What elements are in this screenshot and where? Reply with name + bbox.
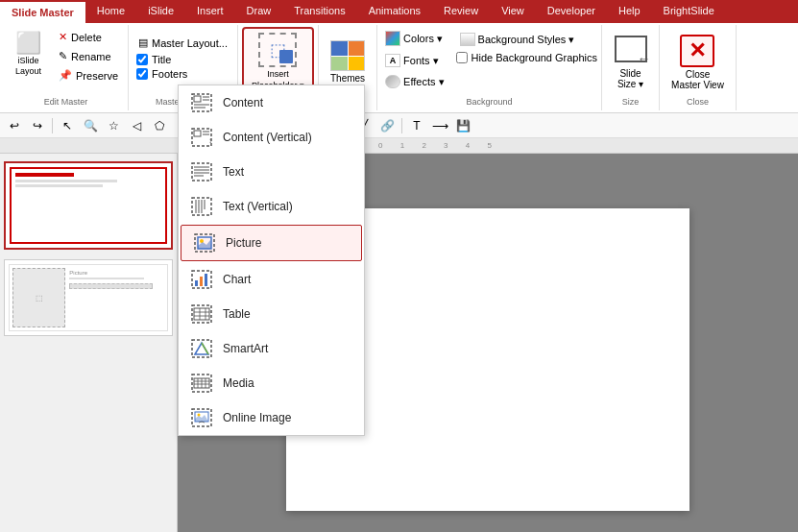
menu-item-media-label: Media bbox=[223, 376, 254, 390]
background-styles-icon bbox=[460, 33, 475, 46]
save-button[interactable]: 💾 bbox=[452, 116, 473, 135]
background-styles-label: Background Styles ▾ bbox=[478, 34, 575, 46]
undo-button[interactable]: ↩ bbox=[4, 116, 25, 135]
tab-brightslide[interactable]: BrightSlide bbox=[652, 0, 726, 23]
tab-review[interactable]: Review bbox=[432, 0, 490, 23]
effects-button[interactable]: Effects ▾ bbox=[381, 73, 447, 90]
tab-draw[interactable]: Draw bbox=[235, 0, 283, 23]
table-icon bbox=[190, 303, 213, 325]
tab-slide-master[interactable]: Slide Master bbox=[0, 0, 85, 23]
star-button[interactable]: ☆ bbox=[103, 116, 124, 135]
colors-button[interactable]: Colors ▾ bbox=[381, 29, 447, 48]
menu-item-content-vertical[interactable]: ↕ Content (Vertical) bbox=[179, 120, 364, 155]
menu-item-media[interactable]: Media bbox=[179, 366, 364, 400]
menu-item-picture-label: Picture bbox=[226, 236, 261, 250]
insert-placeholder-icon: ⬚ bbox=[258, 33, 297, 67]
slide-size-button[interactable]: ↔ SlideSize ▾ bbox=[609, 32, 653, 93]
tab-insert[interactable]: Insert bbox=[185, 0, 235, 23]
group-size-label: Size bbox=[602, 97, 659, 109]
menu-item-picture[interactable]: Picture bbox=[181, 225, 362, 261]
content-icon bbox=[190, 92, 213, 113]
arrow-button[interactable]: ⟶ bbox=[429, 116, 450, 135]
hide-background-checkbox[interactable] bbox=[456, 52, 468, 63]
footers-checkbox[interactable] bbox=[136, 68, 148, 80]
content-vertical-icon: ↕ bbox=[190, 127, 213, 148]
menu-item-content-vertical-label: Content (Vertical) bbox=[223, 131, 312, 144]
themes-label: Themes bbox=[330, 73, 365, 84]
hide-background-label: Hide Background Graphics bbox=[472, 52, 597, 63]
fonts-button[interactable]: A Fonts ▾ bbox=[381, 52, 447, 69]
menu-item-text-label: Text bbox=[223, 165, 244, 179]
menu-item-smartart[interactable]: SmartArt bbox=[179, 331, 364, 366]
title-checkbox[interactable] bbox=[136, 54, 148, 65]
close-master-view-icon: ✕ bbox=[680, 35, 714, 67]
slide-thumb-2[interactable]: ⬚ Picture bbox=[4, 259, 173, 336]
online-image-icon bbox=[190, 407, 213, 428]
delete-button[interactable]: ✕ Delete bbox=[53, 29, 124, 45]
ruler-numbers: 9 8 7 6 5 4 3 2 1 0 1 2 3 4 5 bbox=[0, 141, 798, 150]
slide-thumb-1[interactable] bbox=[4, 161, 173, 250]
rename-button[interactable]: ✎ Rename bbox=[53, 48, 124, 64]
menu-item-online-image-label: Online Image bbox=[223, 411, 291, 424]
cursor-button[interactable]: ↖ bbox=[57, 116, 78, 135]
svg-rect-25 bbox=[195, 280, 198, 286]
main-area: ⬚ Picture LOGO bbox=[0, 154, 798, 532]
menu-item-content[interactable]: Content bbox=[179, 85, 364, 120]
chart-icon bbox=[190, 269, 213, 290]
insert-slide-button[interactable]: ⬜ iSlideLayout bbox=[8, 27, 49, 81]
zoom-button[interactable]: 🔍 bbox=[80, 116, 101, 135]
preserve-button[interactable]: 📌 Preserve bbox=[53, 67, 124, 84]
connector-button[interactable]: 🔗 bbox=[376, 116, 398, 135]
menu-item-chart[interactable]: Chart bbox=[179, 262, 364, 297]
menu-item-table[interactable]: Table bbox=[179, 297, 364, 331]
insert-slide-icon: ⬜ bbox=[15, 31, 41, 56]
footers-label: Footers bbox=[152, 68, 187, 80]
effects-icon bbox=[385, 75, 400, 88]
svg-rect-7 bbox=[194, 131, 201, 136]
ribbon: Slide Master Home iSlide Insert Draw Tra… bbox=[0, 0, 798, 113]
toolbar-sep-1 bbox=[52, 118, 53, 133]
title-label: Title bbox=[152, 54, 171, 65]
fonts-swatch-icon: A bbox=[385, 54, 400, 67]
master-layout-button[interactable]: ▤ Master Layout... bbox=[133, 35, 233, 51]
group-edit-master: ⬜ iSlideLayout ✕ Delete ✎ Rename 📌 bbox=[4, 25, 129, 110]
back-button[interactable]: ◁ bbox=[126, 116, 147, 135]
tab-animations[interactable]: Animations bbox=[357, 0, 432, 23]
background-styles-button[interactable]: Background Styles ▾ bbox=[456, 31, 597, 48]
smartart-icon bbox=[190, 338, 213, 359]
tab-help[interactable]: Help bbox=[607, 0, 652, 23]
tab-home[interactable]: Home bbox=[85, 0, 136, 23]
menu-item-content-label: Content bbox=[223, 96, 263, 109]
group-background: Colors ▾ A Fonts ▾ Effects ▾ Background … bbox=[377, 25, 602, 110]
close-master-view-button[interactable]: ✕ CloseMaster View bbox=[664, 31, 732, 94]
slide-size-label: SlideSize ▾ bbox=[617, 68, 643, 89]
svg-line-36 bbox=[202, 343, 208, 354]
themes-button[interactable]: Themes bbox=[323, 36, 373, 87]
text-style-button[interactable]: T bbox=[406, 116, 427, 135]
menu-item-text[interactable]: Text bbox=[179, 155, 364, 189]
group-edit-master-label: Edit Master bbox=[4, 97, 128, 109]
horizontal-ruler: 9 8 7 6 5 4 3 2 1 0 1 2 3 4 5 bbox=[0, 138, 798, 154]
master-layout-icon: ▤ bbox=[138, 36, 148, 49]
tab-developer[interactable]: Developer bbox=[536, 0, 607, 23]
delete-icon: ✕ bbox=[59, 31, 67, 43]
menu-item-text-vertical[interactable]: Text (Vertical) bbox=[179, 189, 364, 224]
themes-icon bbox=[330, 40, 365, 71]
svg-text:↕: ↕ bbox=[208, 136, 212, 145]
redo-button[interactable]: ↪ bbox=[27, 116, 48, 135]
tab-view[interactable]: View bbox=[490, 0, 536, 23]
title-checkbox-group: Title bbox=[136, 54, 233, 65]
toolbar-strip: ↩ ↪ ↖ 🔍 ☆ ◁ ⬠ ○ ◎ 27% ⬤ A Aa ▲ ╱ 🔗 T ⟶ 💾 bbox=[0, 113, 798, 138]
media-icon bbox=[190, 373, 213, 394]
group-background-label: Background bbox=[377, 97, 601, 109]
tab-transitions[interactable]: Transitions bbox=[282, 0, 356, 23]
menu-item-online-image[interactable]: Online Image bbox=[179, 400, 364, 435]
group-close-label: Close bbox=[660, 97, 736, 109]
tab-islide[interactable]: iSlide bbox=[136, 0, 185, 23]
fonts-label: Fonts ▾ bbox=[403, 55, 439, 67]
text-icon bbox=[190, 161, 213, 182]
insert-placeholder-dropdown: Content ↕ Content (Vertical) bbox=[178, 85, 365, 436]
pentagon-button[interactable]: ⬠ bbox=[149, 116, 170, 135]
svg-rect-27 bbox=[205, 274, 207, 286]
svg-rect-11 bbox=[192, 163, 211, 181]
